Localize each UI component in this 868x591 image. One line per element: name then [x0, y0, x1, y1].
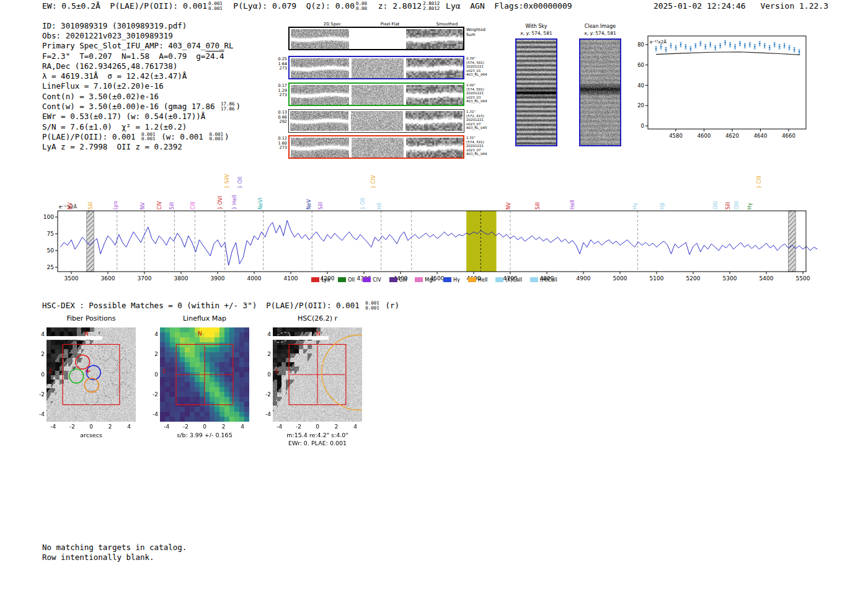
legend-swatch	[338, 277, 346, 282]
data-point	[754, 46, 756, 48]
data-point	[789, 47, 790, 49]
text-segment: RA,Dec (162.934265,48.761738)	[42, 61, 177, 71]
data-point	[719, 45, 721, 47]
smoothed-image	[406, 85, 463, 105]
spectral-line-label: Hδ	[376, 203, 383, 210]
spectral-line-label: Hγ	[632, 203, 638, 210]
fiber-detail-labels: 1.31"(574, 581)20201221v023_07403_RL_064	[466, 136, 495, 156]
cutout-y-tick: 2	[35, 351, 45, 357]
fiber-detail-line: 20201221	[466, 91, 495, 96]
weighted-sum-row	[288, 27, 464, 50]
spectral-line-label: NV	[67, 202, 73, 210]
fiber-detail-line: 403_RL_064	[466, 73, 495, 77]
image-column-title: With Sky	[514, 24, 559, 29]
hsc-match-line: HSC-DEX : Possible Matches = 0 (within +…	[42, 301, 399, 310]
zoom-plot-area	[648, 36, 806, 129]
report-datetime: 2025-01-02 12:24:46	[653, 1, 746, 11]
fiber-weight-labels: 0.251.64273	[275, 57, 287, 71]
info-line: EWr = 0.53(±0.17) (w: 0.54(±0.17))Å	[42, 112, 241, 122]
legend-label: CIII	[399, 277, 407, 283]
info-line: RA,Dec (162.934265,48.761738)	[42, 61, 241, 71]
pixel-flat-image	[352, 85, 404, 105]
legend-item: (K)CaII	[495, 277, 522, 283]
cutout-x-tick: -2	[291, 424, 305, 430]
legend-item: HeII	[468, 277, 488, 283]
spectrum-plot-area	[58, 211, 806, 272]
stack-low: 0.001	[209, 136, 223, 141]
text-segment: Cont(w) = 3.50(±0.00)e-16 (gmag 17.86	[42, 102, 219, 111]
fiber-detail-line: v023_07	[466, 122, 495, 127]
legend-swatch	[443, 277, 451, 282]
fiber-weight-value: 273	[275, 146, 287, 151]
spectral-line-label: OIII	[733, 201, 740, 210]
info-line: P(LAE)/P(OII): 0.001 0.0010.001 (w: 0.00…	[42, 131, 241, 141]
cutout-y-tick: -2	[35, 391, 45, 398]
cutout-xlabel: s/b: 3.99 +/- 0.165	[155, 432, 254, 438]
data-point	[685, 46, 687, 48]
object-info-block: ID: 3010989319 (3010989319.pdf)Obs: 2020…	[42, 20, 241, 152]
legend-label: HeII	[478, 277, 488, 283]
x-tick-label: 4640	[754, 133, 768, 139]
fiber-detail-line: 1.00"	[466, 83, 495, 87]
spec2d-image	[291, 85, 349, 105]
text-segment: (r)	[381, 301, 399, 310]
stack-low: 0.001	[208, 6, 223, 11]
cutout-y-tick: 4	[148, 331, 158, 337]
fiber-detail-line: 403_RL_064	[466, 152, 495, 156]
masked-region-band	[87, 211, 94, 272]
cutout-x-tick: -2	[179, 424, 192, 430]
footer-line: Row intentionally blank.	[42, 553, 187, 562]
fiber-2d-row	[288, 56, 464, 79]
data-point	[744, 45, 746, 47]
cutout-y-tick: 4	[35, 331, 45, 337]
legend-swatch	[389, 277, 397, 282]
data-point	[704, 46, 706, 48]
text-segment: EWr = 0.53(±0.17) (w: 0.54(±0.17))Å	[42, 112, 205, 121]
y-tick-label: 20	[637, 102, 644, 109]
stacked-uncertainty: 17.8617.86	[221, 102, 235, 111]
x-tick-label: 4660	[782, 133, 795, 139]
cutout-x-tick: 2	[217, 424, 231, 430]
data-point	[749, 44, 751, 46]
spectral-line-label: } CIII	[756, 176, 762, 189]
cutout-y-tick: 2	[148, 351, 158, 357]
spec2d-image	[290, 111, 348, 131]
text-segment: )	[236, 102, 241, 111]
data-point	[784, 45, 786, 47]
fiber-weight-value: 273	[275, 66, 287, 71]
spectral-line-label: NeV	[306, 199, 312, 210]
info-line: ID: 3010989319 (3010989319.pdf)	[42, 20, 241, 30]
legend-swatch	[495, 277, 503, 282]
spectral-line-label: } SiIV	[224, 174, 230, 189]
data-point	[774, 44, 776, 46]
smoothed-image	[406, 138, 463, 158]
stacked-uncertainty: 0.0010.001	[209, 132, 223, 141]
pixel-flat-image	[352, 29, 404, 49]
spectral-line-label: OIII	[712, 201, 719, 210]
spectral-line-label: } CIV	[370, 175, 376, 189]
image-column-title: Clean Image	[578, 24, 622, 29]
fiber-detail-line: 403_RL_064	[466, 99, 495, 104]
cutout-x-tick: 0	[311, 424, 324, 430]
text-segment: Primary Spec_Slot_IFU_AMP: 403_074_070_R…	[42, 41, 234, 50]
text-segment: 24.4	[205, 51, 224, 61]
cutout-title: HSC(26.2) r	[273, 314, 362, 322]
fiber-detail-line: v023_01	[466, 69, 495, 73]
y-tick-label: 0	[641, 123, 644, 129]
spectral-line-label: SiII	[317, 202, 324, 210]
data-point	[729, 44, 731, 46]
fiber-detail-labels: 1.00"(574, 581)20201221v023_03403_RL_064	[466, 83, 495, 104]
x-tick-label: 4580	[669, 133, 683, 139]
spec2d-image	[291, 138, 349, 158]
elixer-report-page: EW: 0.5±0.2Å P(LAE)/P(OII): 0.0010.0010.…	[0, 0, 868, 591]
info-line: Cont(n) = 3.50(±0.02)e-16	[42, 91, 241, 101]
spectral-line-label: NV	[505, 202, 512, 210]
cutout-xlabel2: EWr: 0. PLAE: 0.001	[268, 440, 367, 447]
legend-label: Hγ	[453, 277, 460, 283]
fiber-detail-line: v023_07	[466, 148, 495, 153]
y-tick-label: 60	[637, 62, 644, 68]
pixel-flat-image	[352, 58, 404, 78]
fiber-detail-line: v023_03	[466, 96, 495, 100]
cutout-x-tick: 0	[84, 424, 98, 430]
legend-swatch	[530, 277, 538, 282]
